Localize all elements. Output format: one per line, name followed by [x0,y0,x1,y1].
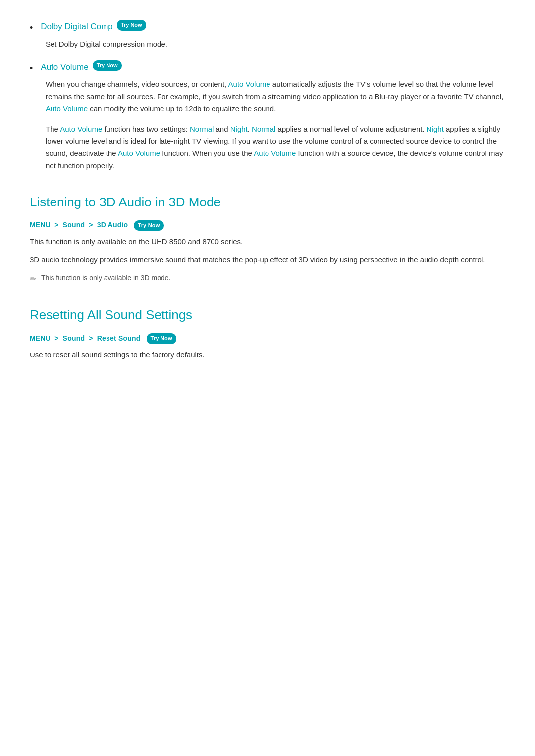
highlight-auto-volume-2: Auto Volume [46,104,88,113]
try-now-badge-auto-volume[interactable]: Try Now [93,60,122,71]
dolby-digital-comp-label: Dolby Digital Comp [41,20,113,33]
try-now-badge-dolby[interactable]: Try Now [117,20,146,31]
resetting-all-sound-heading: Resetting All Sound Settings [30,305,505,326]
menu-reset-sound-label: Reset Sound [97,334,141,342]
dolby-digital-comp-description: Set Dolby Digital compression mode. [46,38,505,50]
resetting-all-sound-section: Resetting All Sound Settings MENU > Soun… [30,305,505,361]
menu-3d-audio-label: 3D Audio [97,221,128,229]
menu-sound-label-2: Sound [63,334,85,342]
menu-label-2: MENU [30,334,51,342]
menu-separator-4: > [89,334,95,342]
auto-volume-description-1: When you change channels, video sources,… [46,78,505,115]
dolby-digital-comp-section: • Dolby Digital Comp Try Now Set Dolby D… [30,20,505,50]
auto-volume-description-2: The Auto Volume function has two setting… [46,123,505,172]
auto-volume-bullet: • Auto Volume Try Now [30,60,505,76]
bullet-dot: • [30,21,33,35]
highlight-normal-1: Normal [190,125,214,133]
highlight-auto-volume-5: Auto Volume [254,149,296,157]
3d-audio-body-2: 3D audio technology provides immersive s… [30,254,505,266]
highlight-night-1: Night [230,125,248,133]
note-pencil-icon: ✏ [30,273,36,286]
try-now-badge-reset-sound[interactable]: Try Now [147,333,176,344]
auto-volume-label: Auto Volume [41,60,88,74]
auto-volume-section: • Auto Volume Try Now When you change ch… [30,60,505,172]
reset-sound-body-1: Use to reset all sound settings to the f… [30,349,505,361]
menu-label-1: MENU [30,221,51,229]
highlight-auto-volume-4: Auto Volume [118,149,160,157]
menu-separator-2: > [89,221,95,229]
listening-3d-audio-heading: Listening to 3D Audio in 3D Mode [30,192,505,213]
highlight-normal-2: Normal [252,125,275,133]
resetting-all-sound-menu-path: MENU > Sound > Reset Sound Try Now [30,333,505,344]
try-now-badge-3d-audio[interactable]: Try Now [134,220,163,231]
highlight-auto-volume-1: Auto Volume [228,80,270,88]
dolby-digital-comp-bullet: • Dolby Digital Comp Try Now [30,20,505,35]
3d-audio-note: ✏ This function is only available in 3D … [30,272,505,286]
bullet-dot-2: • [30,61,33,76]
highlight-night-2: Night [427,125,444,133]
menu-sound-label-1: Sound [63,221,85,229]
3d-audio-note-text: This function is only available in 3D mo… [41,272,170,283]
listening-3d-audio-menu-path: MENU > Sound > 3D Audio Try Now [30,219,505,231]
listening-3d-audio-section: Listening to 3D Audio in 3D Mode MENU > … [30,192,505,286]
highlight-auto-volume-3: Auto Volume [60,125,102,133]
menu-separator-1: > [54,221,60,229]
3d-audio-body-1: This function is only available on the U… [30,236,505,248]
menu-separator-3: > [54,334,60,342]
